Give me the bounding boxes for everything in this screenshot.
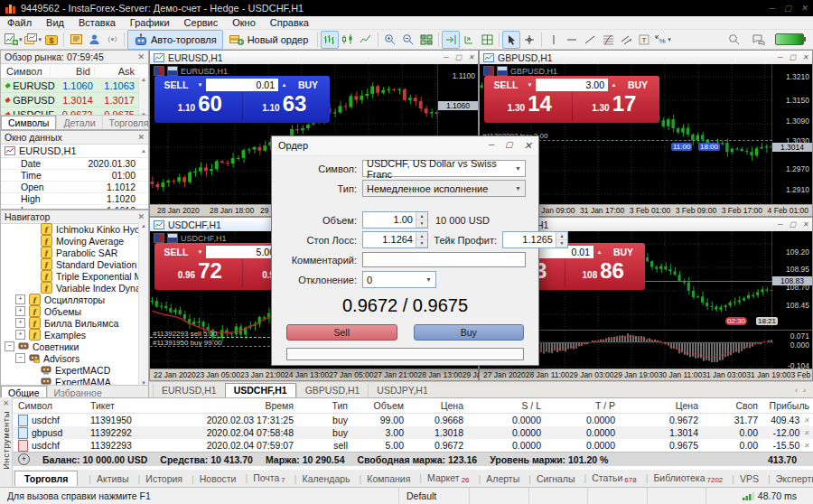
market-watch-row[interactable]: ◆GBPUSD 1.3014 1.3017	[1, 93, 138, 107]
sell-price[interactable]: 0.9672	[158, 259, 242, 287]
expand-icon[interactable]: +	[15, 294, 25, 304]
navigator-group[interactable]: +ƒExamples	[1, 329, 139, 341]
menu-item[interactable]: Вставка	[71, 16, 123, 30]
navigator-group-advisors[interactable]: −Советники	[1, 341, 139, 352]
data-window-button[interactable]	[67, 31, 85, 49]
type-select[interactable]: Немедленное исполнение▼	[362, 180, 526, 197]
buy-button[interactable]: Buy	[414, 324, 525, 341]
shift-end-button[interactable]	[442, 31, 460, 49]
zoom-in-button[interactable]	[381, 31, 399, 49]
menu-item[interactable]: Сервис	[177, 16, 226, 30]
sell-button[interactable]: SELL	[158, 79, 194, 90]
toolbox-tab[interactable]: Компания	[352, 471, 413, 486]
close-icon[interactable]: ✕	[137, 52, 145, 61]
market-watch-scrollbar[interactable]: ▲▼	[138, 77, 148, 117]
position-row[interactable]: usdchf 113919502020.02.03 17:31:25 buy99…	[0, 414, 813, 426]
navigator-group[interactable]: +ƒБилла Вильямса	[1, 317, 139, 329]
volume-input[interactable]: 0.01	[206, 79, 278, 91]
buy-button[interactable]: BUY	[620, 79, 656, 90]
profiles-button[interactable]: ▾	[23, 31, 43, 49]
horizontal-line-button[interactable]	[563, 31, 581, 49]
collapse-icon[interactable]: −	[5, 341, 14, 351]
volume-stepper[interactable]: 1.00▲▼	[362, 211, 428, 229]
toolbox-tab[interactable]: История	[131, 471, 184, 486]
window-controls[interactable]: ─▢✕	[444, 53, 474, 61]
grid-button[interactable]	[478, 31, 496, 49]
navigator-item-indicator[interactable]: ƒMoving Average	[1, 235, 139, 247]
market-watch-tab[interactable]: Детали	[56, 116, 101, 129]
close-icon[interactable]: ✕	[137, 133, 145, 142]
resize-grip[interactable]	[804, 488, 813, 504]
navigator-group[interactable]: +ƒОсцилляторы	[1, 294, 139, 305]
toolbox-tab[interactable]: Эксперты	[761, 471, 813, 486]
window-controls[interactable]: ─▢✕	[770, 4, 808, 13]
navigator-item-indicator[interactable]: ƒIchimoku Kinko Hyo	[1, 223, 139, 235]
chart-tab[interactable]: USDJPY,H1	[368, 384, 435, 397]
expand-icon[interactable]: +	[15, 306, 25, 316]
close-position-icon[interactable]: ✕	[803, 416, 809, 425]
new-order-button[interactable]: Новый ордер	[223, 30, 315, 50]
position-row[interactable]: usdchf 113922932020.02.04 07:59:07 sell5…	[0, 439, 813, 452]
close-position-icon[interactable]: ✕	[803, 442, 809, 450]
symbol-select[interactable]: USDCHF, US Dollar vs Swiss Franc▼	[362, 160, 526, 177]
toolbox-tab[interactable]: Библиотека7202	[639, 471, 725, 486]
arrows-button[interactable]: %▾	[653, 31, 672, 49]
chart-tab[interactable]: EURUSD,H1	[153, 384, 225, 397]
chart-tab[interactable]: GBPUSD,H1	[296, 384, 369, 397]
volume-input[interactable]: 3.00	[536, 79, 608, 91]
community-button[interactable]	[103, 31, 121, 49]
menu-item[interactable]: Окно	[225, 16, 263, 30]
window-controls[interactable]: ─▢✕	[778, 53, 808, 61]
search-icon[interactable]	[724, 31, 743, 49]
menu-item[interactable]: Графики	[123, 16, 177, 30]
tile-windows-button[interactable]	[417, 31, 435, 49]
text-label-button[interactable]: T	[635, 31, 653, 49]
stop-loss-stepper[interactable]: 1.1264▲▼	[362, 231, 428, 248]
sell-button[interactable]: SELL	[488, 79, 524, 90]
take-profit-stepper[interactable]: 1.1265▲▼	[502, 231, 568, 248]
chart-tab[interactable]: USDCHF,H1	[225, 383, 296, 397]
market-watch-button[interactable]: $	[42, 31, 61, 49]
navigator-folder-advisors[interactable]: −Advisors	[1, 352, 139, 364]
volume-down-button[interactable]: ▾	[196, 248, 204, 256]
navigator-item-indicator[interactable]: ƒVariable Index Dynamic A	[1, 282, 139, 294]
volume-input[interactable]: 5.00	[206, 246, 278, 258]
menu-item[interactable]: Файл	[0, 16, 39, 30]
buy-button[interactable]: BUY	[290, 79, 326, 90]
expand-icon[interactable]: +	[18, 453, 30, 465]
candlestick-chart-button[interactable]	[339, 31, 357, 49]
crosshair-button[interactable]	[520, 31, 538, 49]
trendline-button[interactable]	[581, 31, 599, 49]
sell-price[interactable]: 1.1060	[158, 92, 242, 120]
zoom-out-button[interactable]	[399, 31, 417, 49]
toolbox-tab[interactable]: Алерты	[472, 471, 522, 486]
close-icon[interactable]: ✕	[137, 212, 145, 221]
buy-price[interactable]: 10886	[565, 259, 642, 287]
toolbox-tab[interactable]: Сигналы	[521, 471, 576, 486]
sell-button[interactable]: Sell	[286, 324, 397, 341]
expand-icon[interactable]: +	[15, 318, 25, 328]
position-row[interactable]: gbpusd 113922922020.02.04 07:58:48 buy3.…	[0, 426, 813, 439]
menu-item[interactable]: Справка	[263, 16, 316, 30]
navigator-scrollbar[interactable]: ▲▼	[138, 223, 148, 386]
comment-input[interactable]	[362, 252, 526, 267]
volume-up-button[interactable]: ▴	[595, 248, 603, 256]
toolbox-tab[interactable]: Маркет26	[412, 471, 471, 486]
toolbox-tab[interactable]: Новости	[184, 471, 238, 486]
toolbox-tab[interactable]: Почта7	[238, 471, 286, 486]
tab-scroll-arrows[interactable]: ‹›	[795, 386, 806, 395]
buy-button[interactable]: BUY	[605, 247, 641, 257]
navigator-group[interactable]: +ƒОбъемы	[1, 305, 139, 317]
channel-button[interactable]	[617, 31, 635, 49]
toolbox-tab[interactable]: Торговля	[14, 471, 78, 486]
navigator-item-indicator[interactable]: ƒTriple Exponential Movin	[1, 270, 139, 282]
volume-up-button[interactable]: ▴	[280, 81, 288, 89]
auto-scroll-button[interactable]	[460, 31, 478, 49]
window-controls[interactable]: ─▢✕	[778, 220, 808, 229]
close-icon[interactable]: ✕	[3, 399, 9, 407]
navigator-item-expert[interactable]: ExpertMACD	[1, 364, 139, 376]
chart-window-titlebar[interactable]: GBPUSD,H1 ─▢✕	[480, 51, 812, 65]
navigator-item-indicator[interactable]: ƒParabolic SAR	[1, 247, 139, 258]
toolbox-tab[interactable]: VPS	[724, 471, 761, 486]
buy-price[interactable]: 1.3017	[572, 92, 657, 120]
